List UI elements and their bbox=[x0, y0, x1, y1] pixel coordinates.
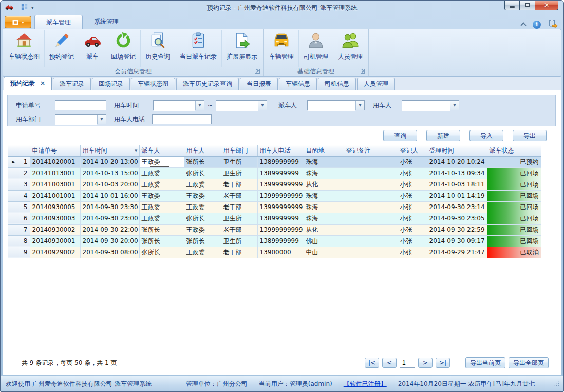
data-cell[interactable]: 老干部 bbox=[221, 190, 257, 201]
data-cell[interactable]: 珠海 bbox=[304, 167, 344, 179]
data-cell[interactable]: 卫生所 bbox=[221, 235, 257, 247]
data-cell[interactable]: 13999999999 bbox=[257, 201, 304, 213]
doc-tab-7[interactable]: 司机信息 bbox=[318, 78, 356, 90]
user-combo[interactable]: ▼ bbox=[402, 100, 459, 110]
data-cell[interactable]: 卫生所 bbox=[221, 213, 257, 224]
data-cell[interactable]: 小张 bbox=[398, 156, 427, 167]
data-cell[interactable]: 2014-10-20 10:24 bbox=[427, 156, 487, 167]
ribbon-button-house[interactable]: 车辆状态图 bbox=[4, 30, 45, 67]
data-cell[interactable]: 中山 bbox=[304, 247, 344, 258]
data-cell[interactable] bbox=[344, 156, 398, 167]
chevron-down-icon[interactable]: ▼ bbox=[450, 101, 459, 110]
data-cell[interactable]: 20140930005 bbox=[30, 201, 80, 213]
data-cell[interactable]: 小张 bbox=[398, 224, 427, 235]
data-cell[interactable]: 13900000 bbox=[257, 247, 304, 258]
doc-tab-6[interactable]: 车辆信息 bbox=[279, 78, 317, 90]
data-cell[interactable]: 老干部 bbox=[221, 247, 257, 258]
data-cell[interactable]: 2014-09-30 23:05 bbox=[427, 213, 487, 224]
data-cell[interactable]: 20141013001 bbox=[30, 167, 80, 179]
data-cell[interactable]: 2014-09-30 23:00 bbox=[80, 213, 139, 224]
data-cell[interactable] bbox=[344, 224, 398, 235]
data-cell[interactable]: 20141020001 bbox=[30, 156, 80, 167]
dispatcher-input[interactable] bbox=[308, 101, 355, 111]
data-cell[interactable]: 珠海 bbox=[304, 213, 344, 224]
data-cell[interactable]: 小张 bbox=[398, 190, 427, 201]
data-cell[interactable]: 王政委 bbox=[139, 190, 184, 201]
data-cell[interactable]: 2014-09-30 20:00 bbox=[80, 235, 139, 247]
column-header-5[interactable]: 用车人 bbox=[184, 145, 221, 156]
minimize-button[interactable] bbox=[504, 1, 520, 10]
data-cell[interactable]: 佛山 bbox=[304, 235, 344, 247]
data-cell[interactable]: 老干部 bbox=[221, 179, 257, 190]
column-header-2[interactable]: 申请单号 bbox=[30, 145, 80, 156]
data-cell[interactable]: 珠海 bbox=[304, 190, 344, 201]
table-row[interactable]: 2201410130012014-10-13 15:00王政委张所长卫生所138… bbox=[8, 167, 541, 179]
column-header-3[interactable]: 用车时间▼ bbox=[80, 145, 139, 156]
data-cell[interactable]: 从化 bbox=[304, 179, 344, 190]
doc-tab-0[interactable]: 预约记录× bbox=[4, 77, 52, 90]
use-time-to-combo[interactable]: ▼ bbox=[216, 100, 267, 110]
column-header-10[interactable]: 登记人 bbox=[398, 145, 427, 156]
column-header-12[interactable]: 派车状态 bbox=[487, 145, 541, 156]
apply-no-input[interactable] bbox=[55, 100, 106, 110]
data-cell[interactable]: 1389999999 bbox=[257, 167, 304, 179]
doc-tab-2[interactable]: 回场记录 bbox=[92, 78, 130, 90]
data-cell[interactable]: 从化 bbox=[304, 224, 344, 235]
ribbon-tab-dispatch[interactable]: 派车管理 bbox=[34, 15, 83, 29]
data-cell[interactable]: 20140930002 bbox=[30, 224, 80, 235]
data-cell[interactable]: 卫生所 bbox=[221, 156, 257, 167]
first-page-button[interactable]: |< bbox=[365, 358, 379, 368]
use-time-from-input[interactable] bbox=[154, 101, 195, 111]
data-cell[interactable]: 王政委 bbox=[139, 156, 184, 167]
data-cell[interactable] bbox=[344, 190, 398, 201]
data-cell[interactable]: 张所长 bbox=[139, 247, 184, 258]
dialog-launcher-icon[interactable] bbox=[361, 69, 365, 74]
close-button[interactable]: ✕ bbox=[535, 1, 558, 10]
application-menu-button[interactable]: ▾ bbox=[5, 16, 31, 28]
license-link[interactable]: 【软件已注册】 bbox=[344, 380, 387, 388]
column-header-4[interactable]: 派车人 bbox=[139, 145, 184, 156]
ribbon-tab-system[interactable]: 系统管理 bbox=[83, 15, 130, 29]
data-cell[interactable]: 老干部 bbox=[221, 201, 257, 213]
dialog-launcher-icon[interactable] bbox=[255, 69, 260, 74]
prev-page-button[interactable]: < bbox=[382, 358, 397, 368]
export-button[interactable]: 导出 bbox=[513, 130, 547, 141]
data-cell[interactable]: 2014-09-30 22:59 bbox=[427, 224, 487, 235]
import-button[interactable]: 导入 bbox=[469, 130, 503, 141]
column-header-8[interactable]: 目的地 bbox=[304, 145, 344, 156]
dept-combo[interactable]: ▼ bbox=[55, 114, 106, 124]
data-cell[interactable]: 卫生所 bbox=[221, 167, 257, 179]
data-cell[interactable]: 13999999999 bbox=[257, 190, 304, 201]
data-cell[interactable]: 1389999999 bbox=[257, 156, 304, 167]
data-cell[interactable]: 珠海 bbox=[304, 201, 344, 213]
user-input[interactable] bbox=[402, 101, 450, 111]
data-cell[interactable]: 1389999999 bbox=[257, 235, 304, 247]
data-cell[interactable]: 小张 bbox=[398, 235, 427, 247]
data-cell[interactable] bbox=[344, 179, 398, 190]
data-cell[interactable]: 王政委 bbox=[139, 179, 184, 190]
table-row[interactable]: 4201410010012014-10-01 16:00王政委王政委老干部139… bbox=[8, 190, 541, 201]
dispatcher-combo[interactable]: ▼ bbox=[307, 100, 365, 110]
data-cell[interactable]: 2014-09-30 08:00 bbox=[80, 247, 139, 258]
data-cell[interactable]: 老干部 bbox=[221, 224, 257, 235]
table-row[interactable]: 8201409300012014-09-30 20:00张所长张所长卫生所138… bbox=[8, 235, 541, 247]
data-cell[interactable]: 张所长 bbox=[184, 167, 221, 179]
data-cell[interactable]: 13999999999 bbox=[257, 224, 304, 235]
table-row[interactable]: 6201409300032014-09-30 23:00王政委张所长卫生所138… bbox=[8, 213, 541, 224]
chevron-down-icon[interactable]: ▼ bbox=[195, 101, 204, 110]
restore-button[interactable] bbox=[520, 1, 535, 10]
chevron-down-icon[interactable]: ▼ bbox=[258, 101, 267, 110]
data-cell[interactable]: 13999999999 bbox=[257, 179, 304, 190]
data-cell[interactable]: 小张 bbox=[398, 179, 427, 190]
data-cell[interactable]: 王政委 bbox=[184, 224, 221, 235]
ribbon-button-vehicle[interactable]: 车辆管理 bbox=[265, 30, 299, 67]
data-cell[interactable] bbox=[344, 201, 398, 213]
data-cell[interactable]: 20140930003 bbox=[30, 213, 80, 224]
data-cell[interactable]: 珠海 bbox=[304, 156, 344, 167]
data-cell[interactable]: 2014-10-01 16:00 bbox=[80, 190, 139, 201]
data-cell[interactable]: 2014-10-13 15:00 bbox=[80, 167, 139, 179]
data-cell[interactable]: 小张 bbox=[398, 247, 427, 258]
data-cell[interactable]: 王政委 bbox=[139, 213, 184, 224]
data-cell[interactable]: 20141003001 bbox=[30, 179, 80, 190]
page-number-input[interactable] bbox=[400, 358, 415, 368]
